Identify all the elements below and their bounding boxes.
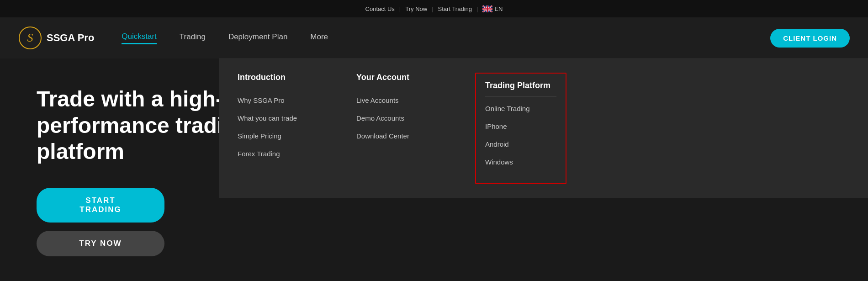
lang-label: EN xyxy=(494,5,503,12)
separator-2: | xyxy=(432,5,433,12)
dropdown-item-windows[interactable]: Windows xyxy=(485,158,556,166)
dropdown-item-what-you-can-trade[interactable]: What you can trade xyxy=(238,114,329,122)
try-now-button[interactable]: TRY NOW xyxy=(37,231,164,256)
uk-flag-icon xyxy=(482,5,492,12)
nav-deployment-plan[interactable]: Deployment Plan xyxy=(228,32,287,43)
main-nav: Quickstart Trading Deployment Plan More xyxy=(122,32,770,44)
start-trading-button[interactable]: START TRADING xyxy=(37,188,164,223)
dropdown-item-forex-trading[interactable]: Forex Trading xyxy=(238,150,329,158)
dropdown-column-your-account: Your Account Live Accounts Demo Accounts… xyxy=(356,73,448,184)
dropdown-column-trading-platform: Trading Platform Online Trading IPhone A… xyxy=(475,73,566,184)
client-login-button[interactable]: CLIENT LOGIN xyxy=(770,29,850,48)
separator-3: | xyxy=(476,5,478,12)
nav-more[interactable]: More xyxy=(310,32,328,43)
separator-1: | xyxy=(399,5,401,12)
platform-column-title: Trading Platform xyxy=(485,81,556,96)
nav-quickstart[interactable]: Quickstart xyxy=(122,32,157,44)
svg-text:S: S xyxy=(27,31,33,44)
dropdown-item-live-accounts[interactable]: Live Accounts xyxy=(356,96,448,104)
nav-trading[interactable]: Trading xyxy=(180,32,206,43)
intro-column-title: Introduction xyxy=(238,73,329,88)
logo-icon: S xyxy=(18,26,42,50)
dropdown-item-iphone[interactable]: IPhone xyxy=(485,122,556,130)
dropdown-item-why-ssga[interactable]: Why SSGA Pro xyxy=(238,96,329,104)
account-column-title: Your Account xyxy=(356,73,448,88)
dropdown-column-introduction: Introduction Why SSGA Pro What you can t… xyxy=(238,73,329,184)
dropdown-item-simple-pricing[interactable]: Simple Pricing xyxy=(238,132,329,140)
dropdown-item-android[interactable]: Android xyxy=(485,140,556,148)
try-now-link[interactable]: Try Now xyxy=(405,5,427,12)
start-trading-link[interactable]: Start Trading xyxy=(438,5,472,12)
logo-text: SSGA Pro xyxy=(47,32,94,44)
dropdown-item-online-trading[interactable]: Online Trading xyxy=(485,105,556,112)
dropdown-item-download-center[interactable]: Download Center xyxy=(356,132,448,140)
logo-area[interactable]: S SSGA Pro xyxy=(18,26,94,50)
top-bar: Contact Us | Try Now | Start Trading | E… xyxy=(0,0,868,17)
dropdown-item-demo-accounts[interactable]: Demo Accounts xyxy=(356,114,448,122)
dropdown-menu: Introduction Why SSGA Pro What you can t… xyxy=(219,58,868,198)
contact-us-link[interactable]: Contact Us xyxy=(365,5,395,12)
language-selector[interactable]: EN xyxy=(482,5,503,12)
navbar: S SSGA Pro Quickstart Trading Deployment… xyxy=(0,17,868,58)
